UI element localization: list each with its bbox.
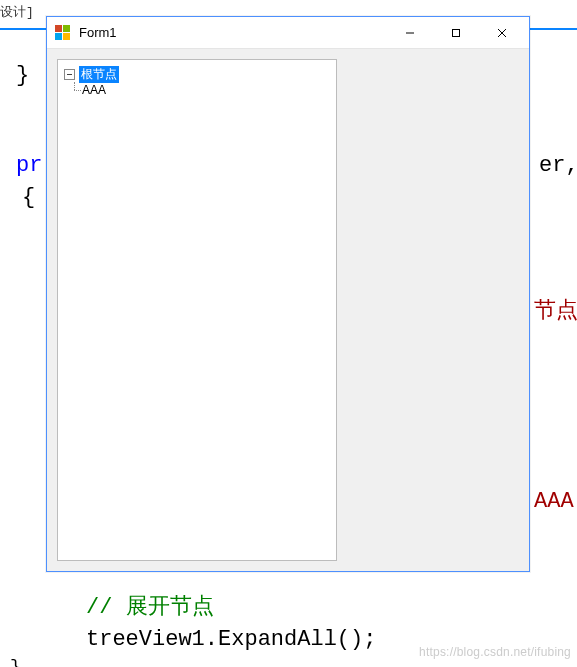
code-comment: // 展开节点 — [86, 592, 214, 624]
minimize-button[interactable] — [387, 17, 433, 48]
tree-connector-icon — [69, 82, 81, 98]
code-brace-open: { — [22, 182, 35, 214]
tree-child-node[interactable]: AAA — [64, 82, 119, 98]
code-string-frag2: AAA — [534, 486, 574, 518]
code-keyword-pr: pr — [16, 150, 42, 182]
code-statement: treeView1.ExpandAll(); — [86, 624, 376, 656]
svg-rect-1 — [453, 29, 460, 36]
tree-root-node[interactable]: 根节点 AAA — [64, 66, 119, 98]
treeview[interactable]: 根节点 AAA — [57, 59, 337, 561]
watermark: https://blog.csdn.net/ifubing — [419, 645, 571, 659]
tree-child-label[interactable]: AAA — [81, 83, 107, 97]
code-brace-close: } — [10, 654, 21, 667]
editor-tab-bar: 设计] — [0, 4, 34, 28]
close-button[interactable] — [479, 17, 525, 48]
editor-tab[interactable]: 设计] — [0, 5, 34, 20]
code-string-frag1: 节点 — [534, 296, 577, 328]
code-frag-er: er, — [539, 150, 577, 182]
window-buttons — [387, 17, 525, 48]
maximize-button[interactable] — [433, 17, 479, 48]
form-window[interactable]: Form1 根节点 AA — [46, 16, 530, 572]
collapse-icon[interactable] — [64, 69, 75, 80]
code-brace: } — [16, 60, 29, 92]
app-icon — [55, 25, 71, 41]
titlebar[interactable]: Form1 — [47, 17, 529, 49]
window-title: Form1 — [79, 25, 387, 40]
tree-root-label[interactable]: 根节点 — [79, 66, 119, 83]
